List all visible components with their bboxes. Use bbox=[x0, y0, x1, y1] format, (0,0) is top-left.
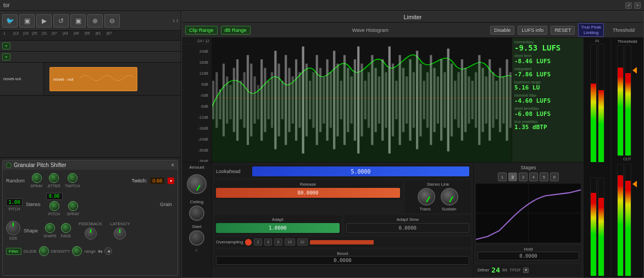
feedback-knob[interactable] bbox=[85, 227, 97, 240]
granular-panel: Granular Pitch Shifter × Random SPRAY bbox=[2, 160, 178, 276]
track-clip[interactable]: novel - vol bbox=[49, 67, 137, 91]
adapt-bar[interactable]: 1.0000 bbox=[216, 223, 340, 233]
true-peak-line2: Limiting bbox=[581, 30, 601, 36]
db-scale-m6: -6dB bbox=[183, 101, 210, 112]
k-icon: K bbox=[195, 248, 198, 253]
trans-knob[interactable] bbox=[418, 188, 435, 205]
os-btn-32[interactable]: 32 bbox=[297, 238, 308, 246]
out-meter-strip-bottom bbox=[583, 163, 610, 277]
granular-power-btn[interactable] bbox=[6, 163, 12, 168]
db-range-btn[interactable]: dB Range bbox=[221, 26, 251, 35]
db-scale-24: 24dB bbox=[183, 46, 210, 57]
db-scale-0: -0dB bbox=[183, 90, 210, 101]
range-scroll-btn[interactable]: ◄ bbox=[104, 247, 112, 255]
grain-label: Grain bbox=[160, 202, 172, 207]
zoom-out-btn[interactable]: ⊖ bbox=[104, 14, 120, 27]
filter-btn[interactable]: Filter bbox=[6, 248, 21, 255]
granular-section: Granular Pitch Shifter × Random SPRAY bbox=[0, 157, 181, 278]
stage-6-btn[interactable]: 6 bbox=[550, 173, 559, 181]
short-term-value: -8.46 LUFS bbox=[514, 58, 581, 65]
limiter-panel: Limiter Clip Range dB Range Wave Histogr… bbox=[181, 11, 644, 278]
dither-arrow-btn[interactable]: ▼ bbox=[523, 268, 529, 273]
range-value: 4s bbox=[98, 249, 102, 254]
stereo-spray-knob[interactable] bbox=[68, 201, 78, 211]
twitch-knob[interactable] bbox=[68, 173, 77, 183]
select-tool-btn[interactable]: ▣ bbox=[19, 14, 35, 27]
stage-5-btn[interactable]: 5 bbox=[540, 173, 548, 181]
density-knob[interactable] bbox=[72, 246, 82, 256]
shape-knob[interactable] bbox=[45, 223, 55, 233]
boost-bar[interactable]: 0.0000 bbox=[216, 256, 469, 265]
stage-4-btn[interactable]: 4 bbox=[529, 173, 538, 181]
hold-bar[interactable]: 0.0000 bbox=[478, 252, 579, 260]
arrange-btn[interactable]: ▣ bbox=[70, 14, 86, 27]
adapt-slow-control: Adapt Slow 0.0000 bbox=[345, 215, 471, 235]
feedback-label: FEEDBACK bbox=[79, 221, 102, 226]
app-titlebar: tor ⤢ × bbox=[0, 0, 644, 11]
stage-2-btn[interactable]: 2 bbox=[508, 173, 517, 181]
threshold-marker-bottom bbox=[632, 181, 637, 187]
dither-control: Dither 24 Bit TPDF ▼ bbox=[476, 264, 581, 276]
ceiling-knob[interactable] bbox=[189, 205, 204, 221]
stereo-pitch-knob[interactable] bbox=[49, 201, 59, 211]
jitter-knob[interactable] bbox=[49, 173, 59, 183]
sequencer-panel: 🐦 ▣ ▶ ↺ ▣ ⊕ ⊖ 1 1 1 |13 |19 |25 |31 |37 bbox=[0, 11, 181, 278]
pitch-value-box[interactable]: 1.00 bbox=[6, 198, 23, 206]
in-label: IN bbox=[585, 39, 609, 43]
adapt-value: 1.0000 bbox=[269, 225, 287, 231]
fade-knob[interactable] bbox=[61, 223, 71, 233]
small-ctrl-btn1[interactable]: × bbox=[2, 42, 10, 49]
adapt-label: Adapt bbox=[216, 217, 340, 222]
start-knob[interactable] bbox=[189, 230, 204, 246]
small-ctrl-btn2[interactable]: × bbox=[2, 53, 10, 60]
release-bar[interactable]: 80.0000 bbox=[216, 188, 400, 198]
twitch-active-indicator: ● bbox=[168, 177, 174, 184]
loudness-range-value: 5.16 LU bbox=[514, 84, 581, 91]
sustain-knob[interactable] bbox=[441, 188, 458, 205]
release-control: Release 80.0000 bbox=[214, 180, 402, 199]
true-peak-line1: True Peak bbox=[581, 25, 601, 30]
spray-knob[interactable] bbox=[32, 173, 42, 183]
clip-range-btn[interactable]: Clip Range bbox=[185, 26, 218, 35]
zoom-in-btn[interactable]: ⊕ bbox=[87, 14, 103, 27]
adapt-control: Adapt 1.0000 bbox=[214, 215, 341, 235]
boost-label: Boost bbox=[216, 251, 469, 256]
os-btn-8[interactable]: 8 bbox=[274, 238, 282, 246]
stage-1-btn[interactable]: 1 bbox=[498, 173, 507, 181]
adapt-slow-value: 0.0000 bbox=[398, 225, 417, 231]
moment-max-label: moment Max bbox=[514, 93, 581, 97]
boost-value: 0.0000 bbox=[334, 258, 352, 263]
reset-btn[interactable]: RESET bbox=[551, 26, 575, 35]
lufs-stats-panel: momentary -9.53 LUFS short term -8.46 LU… bbox=[512, 38, 583, 162]
adapt-slow-label: Adapt Slow bbox=[346, 217, 470, 222]
hold-label: Hold bbox=[478, 247, 579, 252]
threshold-marker bbox=[632, 67, 637, 74]
track-row: novel-vol novel - vol bbox=[0, 63, 181, 96]
range-label: range bbox=[84, 249, 95, 254]
amount-knob[interactable] bbox=[187, 174, 207, 194]
loop-btn[interactable]: ↺ bbox=[53, 14, 69, 27]
adapt-slow-bar[interactable]: 0.0000 bbox=[346, 223, 470, 233]
disable-btn[interactable]: Disable bbox=[490, 26, 514, 35]
resize-btn[interactable]: ⤢ bbox=[625, 2, 632, 9]
lufs-info-btn[interactable]: LUFS info bbox=[518, 26, 547, 35]
stereo-value-box[interactable]: 0.00 bbox=[46, 193, 63, 200]
true-peak-btn[interactable]: True Peak Limiting bbox=[578, 23, 604, 37]
glide-knob[interactable] bbox=[39, 246, 49, 256]
size-knob[interactable] bbox=[6, 221, 20, 235]
bird-tool-btn[interactable]: 🐦 bbox=[2, 14, 18, 27]
granular-close-btn[interactable]: × bbox=[171, 162, 174, 168]
stage-3-btn[interactable]: 3 bbox=[519, 173, 528, 181]
play-btn[interactable]: ▶ bbox=[36, 14, 52, 27]
oversampling-label: Oversampling bbox=[216, 240, 243, 244]
latency-knob[interactable] bbox=[114, 227, 126, 240]
os-btn-16[interactable]: 16 bbox=[285, 238, 295, 246]
os-btn-4[interactable]: 4 bbox=[264, 238, 272, 246]
trans-label: Trans bbox=[420, 207, 431, 212]
release-stereolink-row: Release 80.0000 Stereo Link Trans bbox=[214, 180, 471, 213]
threshold-strip: Threshold OUT bbox=[610, 38, 643, 162]
adapt-row: Adapt 1.0000 Adapt Slow 0.0000 bbox=[214, 215, 471, 235]
close-btn[interactable]: × bbox=[634, 2, 641, 9]
lookahead-bar[interactable]: 5.0000 bbox=[252, 166, 469, 176]
os-btn-2[interactable]: 2 bbox=[254, 238, 262, 246]
